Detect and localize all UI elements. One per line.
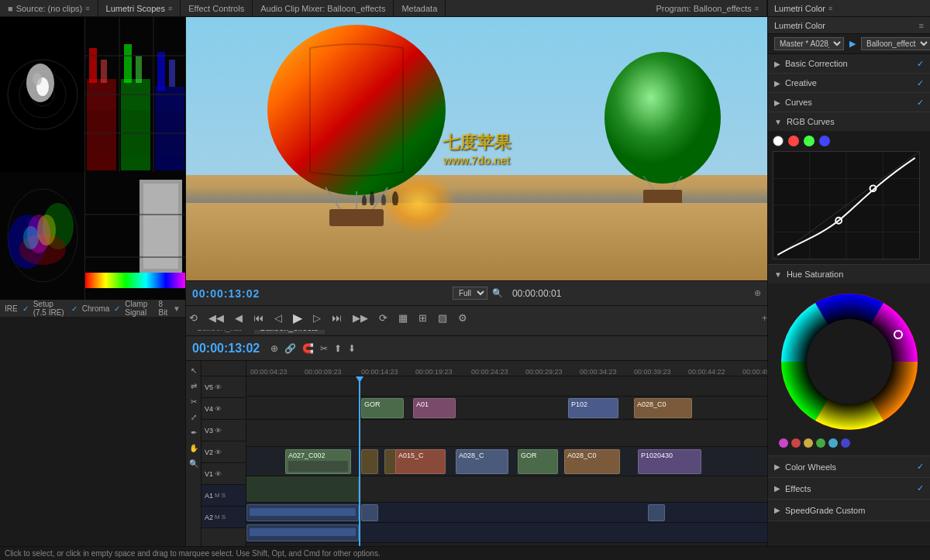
curves-header[interactable]: ▶ Curves ✓ (768, 93, 930, 112)
color-wheels-section[interactable]: ▶ Color Wheels ✓ (768, 456, 930, 478)
razor-tool-btn[interactable]: ✂ (188, 395, 200, 407)
clip-small-v2[interactable] (361, 449, 378, 474)
tc-lift-btn[interactable]: ⬆ (332, 342, 343, 356)
loop2-btn[interactable]: ⟳ (376, 311, 391, 325)
clip-a028c0-v2[interactable]: A028_C0 (564, 449, 620, 474)
clip-p102-v4[interactable]: P102 (568, 398, 618, 418)
clip-a015-v2[interactable]: A015_C (395, 449, 446, 474)
clip-a028c-v2[interactable]: A028_C (456, 449, 508, 474)
monitor-options-icon[interactable]: ⊕ (754, 288, 761, 298)
compare-btn[interactable]: ▨ (435, 311, 450, 325)
effects-section[interactable]: ▶ Effects ✓ (768, 478, 930, 500)
tc-link-btn[interactable]: 🔗 (283, 342, 298, 356)
v4-eye-btn[interactable]: 👁 (215, 405, 222, 413)
step-fwd-btn[interactable]: ▶▶ (350, 311, 371, 325)
clip-a027-v2[interactable]: A027_C002 (285, 449, 351, 474)
clip-audio-a2[interactable] (246, 524, 359, 541)
clip-gor-v2[interactable]: GOR (518, 449, 558, 474)
clip-a01-v4[interactable]: A01 (413, 398, 456, 418)
svg-rect-21 (157, 52, 165, 91)
tc-razor-btn[interactable]: ✂ (319, 342, 329, 356)
effects-arrow: ▶ (774, 484, 780, 493)
clip-a028-v4[interactable]: A028_C0 (634, 398, 692, 418)
a2-s-label: S (222, 514, 226, 520)
v5-eye-btn[interactable]: 👁 (215, 383, 222, 391)
lumetri-color-tab[interactable]: Lumetri Color (774, 4, 825, 13)
setup-check: ✓ (22, 304, 29, 313)
v3-eye-btn[interactable]: 👁 (215, 427, 222, 435)
lumetri-panel-icon[interactable]: ≡ (919, 21, 924, 30)
dot-blue[interactable] (841, 438, 850, 448)
color-wheel-container[interactable] (776, 288, 923, 435)
audio-clip-mixer-tab[interactable]: Audio Clip Mixer: Balloon_effects (253, 0, 394, 16)
go-to-out-btn[interactable]: ⏭ (329, 311, 345, 325)
white-channel-btn[interactable] (773, 136, 784, 146)
loop-btn[interactable]: ⟲ (186, 311, 201, 325)
v1-fill-clip[interactable] (246, 476, 359, 502)
blue-channel-btn[interactable] (819, 136, 830, 146)
lumetri-scopes-tab[interactable]: Lumetri Scopes ≡ (98, 0, 181, 16)
source-panel-tab[interactable]: ■ Source: (no clips) ≡ (0, 0, 98, 16)
rgb-curves-header[interactable]: ▼ RGB Curves (768, 112, 930, 131)
settings-btn[interactable]: ⚙ (455, 311, 470, 325)
clip-audio2-a1[interactable] (361, 504, 378, 521)
basic-correction-arrow: ▶ (774, 60, 780, 68)
tc-snap-btn[interactable]: 🧲 (301, 342, 315, 356)
program-menu-icon[interactable]: ≡ (755, 5, 759, 12)
red-channel-btn[interactable] (788, 136, 799, 146)
frame-back-btn[interactable]: ◀ (232, 311, 246, 325)
bitdepth-icon[interactable]: ▼ (173, 304, 181, 313)
dot-magenta[interactable] (779, 438, 788, 448)
step-frame-back-btn[interactable]: ◁ (271, 311, 285, 325)
v1-eye-btn[interactable]: 👁 (215, 470, 222, 478)
safe-areas-btn[interactable]: ▦ (395, 311, 411, 325)
zoom-tool-btn[interactable]: 🔍 (188, 457, 200, 469)
clip-audio-a1[interactable] (246, 504, 359, 521)
clip-p1020430-v2[interactable]: P1020430 (638, 449, 701, 474)
clip-gor-v4[interactable]: GOR (361, 398, 404, 418)
playhead[interactable] (359, 376, 360, 560)
effect-controls-tab[interactable]: Effect Controls (181, 0, 253, 16)
play-btn[interactable]: ▶ (290, 309, 305, 327)
dropdown-arrow[interactable]: ▶ (849, 39, 856, 49)
dot-cyan[interactable] (828, 438, 838, 448)
silhouettes-svg (356, 182, 418, 205)
green-channel-btn[interactable] (804, 136, 815, 146)
sequence-dropdown[interactable]: Balloon_effects * A028... (861, 37, 930, 50)
tc-add-marker-btn[interactable]: ⊕ (269, 342, 280, 356)
svg-point-47 (604, 52, 721, 184)
quality-dropdown[interactable]: Full (453, 287, 487, 300)
ripple-tool-btn[interactable]: ⇌ (188, 380, 200, 392)
dot-yellow[interactable] (804, 438, 813, 448)
basic-correction-header[interactable]: ▶ Basic Correction ✓ (768, 54, 930, 73)
scopes-menu-icon[interactable]: ≡ (168, 5, 172, 12)
hand-tool-btn[interactable]: ✋ (188, 441, 200, 454)
hue-saturation-header[interactable]: ▼ Hue Saturation (768, 265, 930, 283)
ruler-spacer (202, 361, 246, 376)
pen-tool-btn[interactable]: ✒ (188, 426, 200, 438)
go-to-in-btn[interactable]: ⏮ (250, 311, 267, 325)
source-menu-icon[interactable]: ≡ (85, 5, 89, 12)
top-bar: ■ Source: (no clips) ≡ Lumetri Scopes ≡ … (0, 0, 930, 17)
metadata-tab[interactable]: Metadata (394, 0, 446, 16)
hue-sat-label: Hue Saturation (787, 270, 924, 279)
slip-tool-btn[interactable]: ⤢ (188, 411, 200, 423)
track-v4: GOR A01 P102 A028_C0 (246, 397, 767, 420)
creative-header[interactable]: ▶ Creative ✓ (768, 74, 930, 92)
dot-green[interactable] (816, 438, 825, 448)
speedgrade-section[interactable]: ▶ SpeedGrade Custom (768, 500, 930, 521)
lumetri-color-menu-icon[interactable]: ≡ (828, 5, 832, 12)
v2-eye-btn[interactable]: 👁 (215, 448, 222, 456)
dot-red[interactable] (791, 438, 801, 448)
tc-extract-btn[interactable]: ⬇ (346, 342, 357, 356)
add-marker-btn[interactable]: + (762, 313, 767, 324)
a1-m-label: M (215, 492, 220, 499)
program-monitor-tab[interactable]: Program: Balloon_effects ≡ (648, 0, 767, 16)
step-frame-fwd-btn[interactable]: ▷ (310, 311, 324, 325)
selection-tool-btn[interactable]: ↖ (188, 364, 200, 376)
export-btn[interactable]: ⊞ (415, 311, 430, 325)
step-back-btn[interactable]: ◀◀ (205, 311, 227, 325)
clip-audio3-a1[interactable] (648, 504, 665, 521)
rgb-curve-canvas[interactable] (773, 151, 920, 259)
master-dropdown[interactable]: Master * A028_C002_1029... (774, 37, 844, 50)
